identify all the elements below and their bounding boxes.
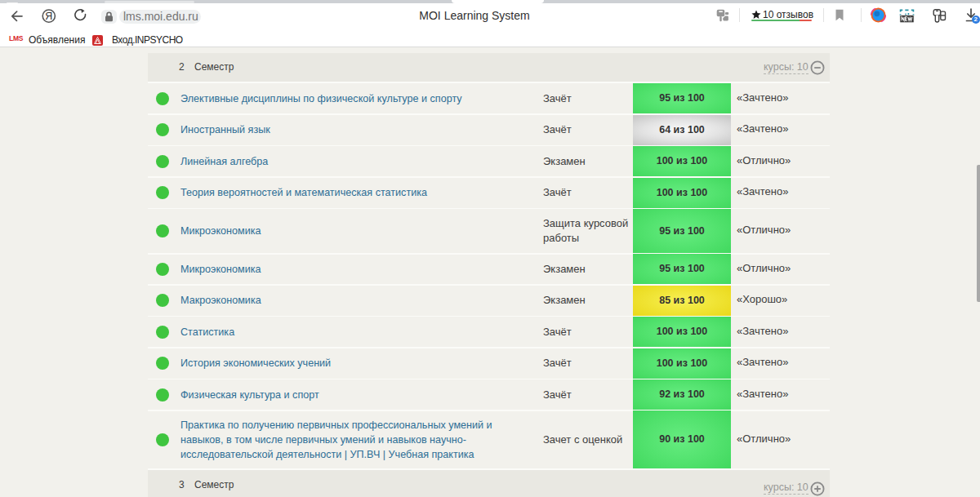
svg-text:Я: Я [45,11,52,22]
